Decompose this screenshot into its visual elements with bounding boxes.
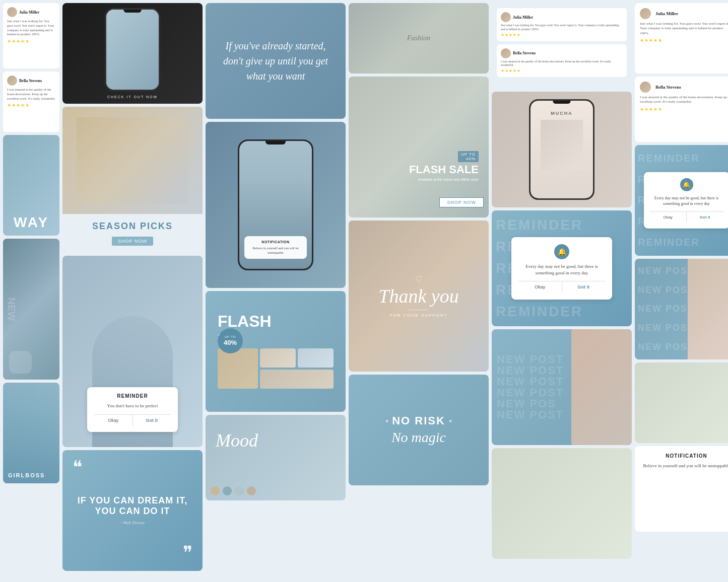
got-it-button-2[interactable]: Got it: [562, 281, 606, 293]
flash-sale-badge-card: UP TO 40% FLASH SALE Available at the on…: [349, 77, 489, 217]
stars-bella-5: ★★★★★: [501, 68, 623, 73]
got-it-button-1[interactable]: Got it: [133, 415, 171, 426]
stars-bella-6: ★★★★★: [640, 107, 728, 112]
shop-now-button-1[interactable]: SHOP NOW: [112, 237, 153, 246]
pct-40-2: 40%: [224, 339, 237, 347]
dream-quote-card: ❝ IF YOU CAN DREAM IT, YOU CAN DO IT - W…: [62, 450, 203, 571]
bell-icon-6: 🔔: [680, 178, 693, 191]
no-magic-text: No magic: [391, 429, 446, 446]
got-it-button-6[interactable]: Got it: [687, 212, 723, 223]
reminder-daily-6: Every day may not be good, but there is …: [650, 195, 723, 206]
flash-sale-title-badge: FLASH SALE: [409, 164, 479, 175]
no-risk-text: NO RISK: [392, 414, 445, 427]
woman-reminder-card: REMINDER You don't have to be perfect Ok…: [62, 256, 203, 447]
reviewer-name-bella: Bella Stevens: [19, 79, 42, 83]
way-text: WAY: [14, 214, 49, 230]
reminder-text-1: You don't have to be perfect: [94, 403, 171, 409]
name-bella-5: Bella Stevens: [513, 51, 536, 55]
up-to-label: UP TO: [461, 152, 476, 157]
phone-notification-card: NOTIFICATION Believe in yourself and you…: [206, 122, 346, 288]
thank-you-card: ♡ Thank you FOR YOUR SUPPORT: [349, 221, 489, 372]
avatar-bella-5: [501, 48, 511, 58]
girlboss-card: GIRLBOSS: [3, 383, 59, 483]
dream-quote-text: IF YOU CAN DREAM IT, YOU CAN DO IT: [73, 495, 192, 517]
text-bella-6: I was amazed at the quality of the home …: [640, 95, 728, 105]
notification-text-6: Believe in yourself and you will be unst…: [642, 463, 728, 469]
reminder-bg-5: REMINDER: [496, 305, 628, 319]
column-3: If you've already started, don't give up…: [206, 3, 346, 579]
open-quote: ❝: [73, 460, 192, 475]
notification-title-6: NOTIFICATION: [642, 453, 728, 459]
notification-popup-card-6: NOTIFICATION Believe in yourself and you…: [635, 446, 728, 532]
column-4: Fashion UP TO 40% FLASH SALE Available a…: [349, 3, 489, 579]
avatar-bella: [7, 76, 17, 86]
review-text-bella: I was amazed at the quality of the home …: [7, 88, 55, 101]
available-text: Available at the online and offline stor…: [409, 177, 479, 182]
sparkle-right: ✦: [448, 418, 452, 424]
heart-icon: ♡: [378, 274, 458, 284]
notification-text-phone: Believe in yourself and you will be unst…: [248, 246, 303, 255]
phone-mockup-card-1: CHECK IT OUT NOW: [62, 3, 203, 104]
okay-button-1[interactable]: Okay: [94, 415, 133, 426]
review-card-bella-small: Bella Stevens I was amazed at the qualit…: [3, 71, 59, 132]
name-julia-6: Julia Miller: [655, 11, 678, 16]
stars-bella: ★★★★★: [7, 103, 55, 108]
no-risk-card: ✦ NO RISK ✦ No magic: [349, 375, 489, 485]
pct-40-badge: 40%: [466, 157, 476, 161]
text-bella-5: I was amazed at the quality of the home …: [501, 60, 623, 68]
reminder-bg-1: REMINDER: [496, 218, 628, 232]
thank-you-text: Thank you: [378, 286, 458, 307]
quote-card-1: If you've already started, don't give up…: [206, 3, 346, 119]
stars-julia-6: ★★★★★: [640, 38, 728, 43]
column-1: Julia Miller Just what I was looking for…: [3, 3, 59, 579]
check-it-out-text: CHECK IT OUT NOW: [107, 95, 158, 99]
reminder-title-1: REMINDER: [94, 393, 171, 399]
flash-sale-card-large: FLASH sale UP TO 40%: [206, 291, 346, 412]
new-post-card-6: NEW POST NEW POST NEW POST NEW POS NEW P…: [635, 259, 728, 359]
column-5: Julia Miller Just what I was looking for…: [492, 3, 632, 579]
fashion-flatlay-card: Fashion: [349, 3, 489, 74]
text-julia-6: Just what I was looking for. You guys ro…: [640, 22, 728, 36]
season-picks-title: SEASON PICKS: [70, 221, 195, 232]
stars-julia: ★★★★★: [7, 39, 55, 44]
new-post-card: NEW POST NEW POST NEW POST NEW POST NEW …: [492, 329, 632, 445]
column-2: CHECK IT OUT NOW SEASON PICKS SHOP NOW R…: [62, 3, 203, 579]
okay-button-2[interactable]: Okay: [518, 281, 562, 293]
review-julia-6: Julia Miller Just what I was looking for…: [635, 3, 728, 74]
reminder-popup-6: 🔔 Every day may not be good, but there i…: [644, 172, 729, 229]
review-bella-6: Bella Stevens I was amazed at the qualit…: [635, 77, 728, 142]
text-julia-5: Just what I was looking for. You guys ro…: [501, 24, 623, 32]
girlboss-text: GIRLBOSS: [8, 472, 45, 478]
phone-mucha-card: MUCHA: [492, 92, 632, 207]
for-your-support: FOR YOUR SUPPORT: [378, 313, 458, 318]
mood-text: Mood: [216, 430, 258, 451]
coffee-card: NEW: [3, 239, 59, 380]
shop-now-button-2[interactable]: SHOP NOW: [439, 197, 484, 207]
close-quote: ❞: [183, 543, 192, 563]
bell-icon: 🔔: [554, 244, 569, 259]
avatar-julia: [7, 7, 17, 17]
reminder-bg-6-5: REMINDER: [638, 237, 728, 248]
reminder-bg-card: REMINDER REMIND REMINDER REMINDE REMINDE…: [492, 210, 632, 326]
review-bella-5: Bella Stevens I was amazed at the qualit…: [497, 44, 627, 78]
walt-disney-attr: - Walt Disney: [73, 520, 192, 525]
up-to-badge: UP TO 40%: [458, 151, 479, 162]
flash-text: FLASH: [218, 314, 272, 329]
reminder-daily-text: Every day may not be good, but there is …: [518, 263, 605, 276]
mood-card: Mood: [206, 415, 346, 500]
reminder-bg-card-6: REMINDER REMIND REMINDER REMINDE REMINDE…: [635, 145, 728, 256]
sparkle-left: ✦: [385, 418, 389, 424]
reminder-bg-6-1: REMINDER: [638, 153, 728, 164]
reminder-popup-1: REMINDER You don't have to be perfect Ok…: [87, 387, 178, 432]
quote-text-1: If you've already started, don't give up…: [218, 38, 334, 84]
way-card-1: WAY: [3, 135, 59, 236]
reviewer-name-julia: Julia Miller: [19, 10, 39, 15]
avatar-bella-6: [640, 82, 651, 93]
notification-title-phone: NOTIFICATION: [248, 240, 303, 244]
column-6: Julia Miller Just what I was looking for…: [635, 3, 728, 579]
okay-button-6[interactable]: Okay: [650, 212, 687, 223]
avatar-julia-5: [501, 12, 511, 22]
review-group-card: Julia Miller Just what I was looking for…: [492, 3, 632, 89]
name-julia-5: Julia Miller: [513, 15, 533, 20]
review-julia-5: Julia Miller Just what I was looking for…: [497, 8, 627, 41]
